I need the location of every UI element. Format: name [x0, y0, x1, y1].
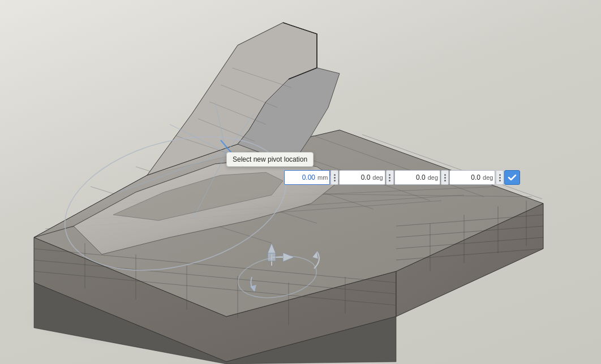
sep-dot — [499, 174, 501, 176]
toolbar: mm deg deg deg — [284, 170, 520, 185]
sep-dot — [444, 174, 446, 176]
confirm-button[interactable] — [504, 170, 520, 185]
separator-2[interactable] — [386, 170, 394, 185]
angle2-field[interactable]: deg — [394, 170, 440, 185]
sep-dot — [499, 177, 501, 179]
angle3-input[interactable] — [450, 171, 483, 184]
angle2-unit: deg — [428, 174, 440, 181]
sep-dot — [334, 180, 336, 181]
angle2-input[interactable] — [395, 171, 428, 184]
sep-dot — [499, 180, 501, 181]
distance-input[interactable] — [285, 171, 317, 184]
checkmark-icon — [508, 173, 517, 182]
angle1-unit: deg — [372, 174, 384, 181]
distance-field[interactable]: mm — [284, 170, 330, 185]
sep-dot — [334, 174, 336, 176]
separator-4[interactable] — [496, 170, 504, 185]
separator-1[interactable] — [330, 170, 338, 185]
sep-dot — [389, 177, 390, 179]
sep-dot — [389, 174, 390, 176]
angle1-input[interactable] — [340, 171, 372, 184]
separator-3[interactable] — [441, 170, 449, 185]
angle3-unit: deg — [483, 174, 495, 181]
angle3-field[interactable]: deg — [449, 170, 495, 185]
sep-dot — [334, 177, 336, 179]
sep-dot — [444, 180, 446, 181]
sep-dot — [389, 180, 390, 181]
3d-viewport[interactable]: Select new pivot location mm deg deg — [0, 0, 601, 364]
distance-unit: mm — [317, 174, 329, 181]
sep-dot — [444, 177, 446, 179]
angle1-field[interactable]: deg — [339, 170, 385, 185]
